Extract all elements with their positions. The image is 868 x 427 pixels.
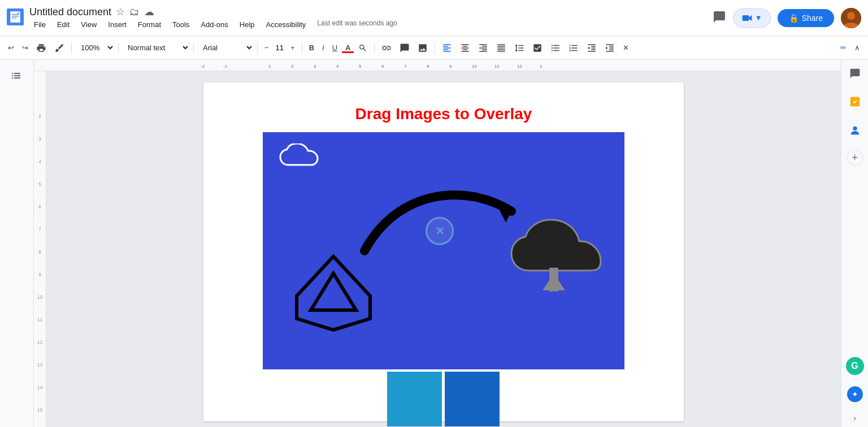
menu-tools[interactable]: Tools	[168, 19, 194, 30]
svg-rect-5	[742, 15, 749, 21]
indent-decrease-button[interactable]	[583, 41, 600, 55]
menu-bar: File Edit View Insert Format Tools Add-o…	[29, 19, 713, 30]
menu-addons[interactable]: Add-ons	[196, 19, 232, 30]
user-avatar[interactable]	[841, 8, 861, 28]
menu-help[interactable]: Help	[235, 19, 259, 30]
left-sidebar	[0, 60, 34, 427]
contacts-sidebar-icon[interactable]	[845, 121, 865, 143]
menu-edit[interactable]: Edit	[53, 19, 74, 30]
collapse-toolbar-button[interactable]: ∧	[851, 41, 863, 54]
clear-format-button[interactable]: ✕	[619, 41, 632, 54]
star-icon[interactable]: ☆	[116, 6, 125, 18]
checklist-button[interactable]	[529, 41, 546, 55]
svg-text:8: 8	[427, 64, 429, 69]
svg-text:-1: -1	[223, 64, 228, 69]
menu-format[interactable]: Format	[133, 19, 166, 30]
numbered-list-button[interactable]	[565, 41, 582, 55]
align-justify-button[interactable]	[493, 41, 510, 55]
svg-rect-34	[549, 268, 558, 291]
square-top-right	[445, 372, 500, 426]
svg-text:4: 4	[336, 64, 339, 69]
svg-text:5: 5	[359, 64, 362, 69]
doc-heading: Drag Images to Overlay	[237, 105, 650, 123]
svg-text:11: 11	[494, 64, 500, 69]
meet-button[interactable]: ▼	[733, 8, 771, 28]
menu-accessibility[interactable]: Accessibility	[262, 19, 311, 30]
font-size-plus-button[interactable]: +	[287, 41, 298, 54]
image-overlay-container: ✕	[263, 132, 624, 369]
line-spacing-button[interactable]	[511, 41, 528, 55]
zoom-select[interactable]: 100% 75% 125% 150%	[75, 41, 115, 55]
square-top-left	[387, 372, 442, 426]
x-circle: ✕	[426, 217, 454, 245]
last-edit: Last edit was seconds ago	[317, 19, 397, 30]
divider-6	[374, 42, 375, 54]
cloud-outline-icon	[277, 143, 322, 172]
top-right-actions: ▼ 🔒 Share	[713, 8, 861, 28]
share-button[interactable]: 🔒 Share	[778, 9, 834, 27]
add-sidebar-button[interactable]: +	[847, 150, 863, 165]
svg-rect-2	[12, 14, 19, 15]
doc-page: Drag Images to Overlay	[203, 82, 684, 421]
svg-marker-31	[311, 273, 356, 310]
folder-icon[interactable]: 🗂	[129, 6, 140, 18]
right-sidebar: + G ✦ ›	[841, 60, 868, 427]
doc-title[interactable]: Untitled document	[29, 6, 111, 18]
font-select[interactable]: Arial Times New Roman Courier New	[197, 41, 254, 55]
title-icons: ☆ 🗂 ☁	[116, 6, 154, 18]
top-bar: Untitled document ☆ 🗂 ☁ File Edit View I…	[0, 0, 868, 36]
undo-button[interactable]: ↩	[5, 41, 18, 54]
svg-text:-2: -2	[201, 64, 205, 69]
comment-toolbar-button[interactable]	[396, 41, 413, 55]
paint-format-button[interactable]	[51, 41, 68, 55]
svg-text:13: 13	[540, 64, 542, 69]
svg-text:3: 3	[314, 64, 316, 69]
menu-file[interactable]: File	[29, 19, 50, 30]
svg-point-7	[847, 12, 855, 20]
underline-button[interactable]: U	[329, 41, 341, 54]
svg-text:10: 10	[472, 64, 477, 69]
main-area: -2 -1 1 2 3 4 5 6 7 8 9 10 11 12 13 14	[0, 60, 868, 427]
print-button[interactable]	[33, 41, 50, 55]
svg-rect-4	[12, 18, 17, 18]
cloud-icon[interactable]: ☁	[144, 6, 154, 18]
text-color-button[interactable]: A	[342, 41, 354, 54]
svg-text:9: 9	[449, 64, 452, 69]
align-center-button[interactable]	[457, 41, 474, 55]
divider-7	[435, 42, 435, 54]
bullet-list-button[interactable]	[547, 41, 564, 55]
highlight-button[interactable]	[355, 41, 371, 55]
style-select[interactable]: Normal text Heading 1 Heading 2 Title	[122, 41, 190, 55]
image-toolbar-button[interactable]	[414, 41, 431, 55]
squares-grid	[387, 372, 500, 427]
ruler: -2 -1 1 2 3 4 5 6 7 8 9 10 11 12 13 14	[34, 60, 841, 71]
link-button[interactable]	[378, 41, 395, 55]
chat-sidebar-icon[interactable]	[846, 64, 864, 85]
svg-text:7: 7	[404, 64, 407, 69]
menu-view[interactable]: View	[76, 19, 101, 30]
align-left-button[interactable]	[439, 41, 455, 55]
svg-text:12: 12	[517, 64, 522, 69]
italic-button[interactable]: I	[319, 41, 328, 54]
divider-5	[302, 42, 302, 54]
pencil-button[interactable]: ✏	[837, 41, 850, 54]
content-area[interactable]: 2 3 4 5 6 7 8 9 10 11 12 13 14 15 16	[34, 71, 841, 427]
svg-rect-8	[34, 60, 542, 71]
indent-increase-button[interactable]	[601, 41, 618, 55]
outline-icon[interactable]	[6, 64, 28, 90]
menu-insert[interactable]: Insert	[103, 19, 131, 30]
assist-icon[interactable]: ✦	[847, 386, 863, 402]
align-right-button[interactable]	[475, 41, 492, 55]
bold-button[interactable]: B	[306, 41, 318, 54]
grammarly-icon[interactable]: G	[846, 357, 864, 375]
expand-sidebar-icon[interactable]: ›	[853, 413, 856, 422]
tasks-sidebar-icon[interactable]	[845, 92, 865, 114]
divider-2	[118, 42, 119, 54]
svg-rect-3	[12, 16, 19, 16]
comments-button[interactable]	[713, 10, 726, 25]
app-icon[interactable]	[7, 8, 24, 28]
font-size-minus-button[interactable]: −	[261, 41, 272, 54]
divider-4	[257, 42, 258, 54]
redo-button[interactable]: ↪	[19, 41, 32, 54]
divider-1	[71, 42, 72, 54]
